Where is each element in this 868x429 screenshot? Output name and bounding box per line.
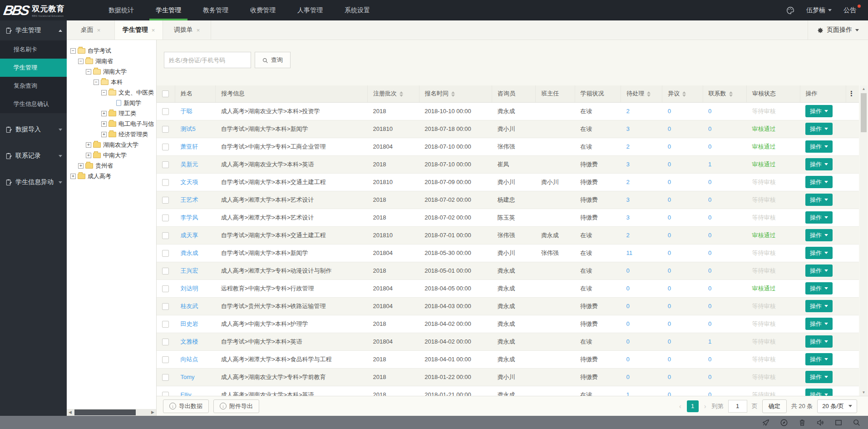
pending-count-cell-link[interactable]: 3 — [626, 161, 629, 168]
collapse-icon[interactable]: − — [78, 59, 84, 64]
sort-icon[interactable] — [729, 91, 733, 97]
row-action-button[interactable]: 操作 — [805, 140, 833, 153]
contact-count-cell-link[interactable]: 0 — [708, 285, 711, 292]
row-action-button[interactable]: 操作 — [805, 318, 833, 330]
current-page-button[interactable]: 1 — [687, 400, 699, 412]
student-name-link[interactable]: 文天项 — [181, 179, 198, 185]
tab-3[interactable]: 调拨单× — [163, 20, 211, 40]
contact-count-cell-link[interactable]: 1 — [708, 338, 711, 345]
table-vertical-scrollbar[interactable]: ▲ ▼ — [860, 85, 868, 396]
dispute-count-cell-link[interactable]: 0 — [668, 143, 671, 150]
row-action-button[interactable]: 操作 — [805, 247, 833, 259]
sidebar-section-4[interactable]: 学生信息异动 — [0, 172, 67, 192]
close-tab-icon[interactable]: × — [197, 27, 200, 34]
tree-node[interactable]: +中南大学 — [69, 150, 154, 160]
student-name-link[interactable]: Elliy — [181, 391, 192, 396]
dispute-count-cell-link[interactable]: 0 — [668, 161, 671, 168]
tree-node[interactable]: −湖南大学 — [69, 66, 154, 77]
export-attachment-button[interactable]: ↓ 附件导出 — [213, 399, 259, 413]
student-name-link[interactable]: 文雅楼 — [181, 338, 198, 345]
student-name-link[interactable]: 王兴宏 — [181, 267, 198, 274]
tree-node[interactable]: −自学考试 — [69, 45, 154, 56]
nav-item-6[interactable]: 系统设置 — [334, 0, 381, 20]
row-checkbox[interactable] — [162, 144, 169, 150]
contact-count-cell-link[interactable]: 0 — [708, 356, 711, 363]
page-actions-button[interactable]: 页面操作 — [808, 20, 868, 40]
student-name-link[interactable]: 桂友武 — [181, 303, 198, 309]
column-settings-icon[interactable]: ⋮ — [848, 90, 855, 97]
pending-count-cell-link[interactable]: 0 — [626, 267, 629, 274]
dispute-count-cell-link[interactable]: 0 — [668, 214, 671, 221]
contact-count-cell-link[interactable]: 0 — [708, 391, 711, 396]
nav-item-2[interactable]: 学生管理 — [145, 0, 192, 20]
student-name-link[interactable]: 于聪 — [181, 108, 192, 115]
student-name-link[interactable]: 吴新元 — [181, 161, 198, 168]
select-all-checkbox[interactable] — [162, 90, 169, 97]
student-name-link[interactable]: 龚永成 — [181, 249, 198, 256]
dispute-count-cell-link[interactable]: 0 — [668, 249, 671, 256]
row-checkbox[interactable] — [162, 214, 169, 221]
row-action-button[interactable]: 操作 — [805, 123, 833, 135]
scroll-right-icon[interactable]: ▶ — [149, 409, 156, 416]
row-checkbox[interactable] — [162, 285, 169, 292]
prev-page-icon[interactable]: ‹ — [678, 402, 682, 410]
trash-icon[interactable] — [798, 419, 806, 427]
row-action-button[interactable]: 操作 — [805, 335, 833, 348]
sidebar-item-1-2[interactable]: 学生管理 — [0, 59, 67, 77]
sidebar-section-1[interactable]: 学生管理 — [0, 20, 67, 40]
contact-count-cell-link[interactable]: 0 — [708, 179, 711, 185]
announcements-link[interactable]: 公告 — [843, 6, 860, 15]
scroll-left-icon[interactable]: ◀ — [67, 409, 74, 416]
collapse-icon[interactable]: − — [101, 90, 107, 95]
page-size-select[interactable]: 20 条/页 — [817, 399, 857, 413]
scroll-down-icon[interactable]: ▼ — [860, 389, 868, 396]
row-action-button[interactable]: 操作 — [805, 158, 833, 170]
row-checkbox[interactable] — [162, 356, 169, 363]
nav-item-5[interactable]: 人事管理 — [286, 0, 334, 20]
row-action-button[interactable]: 操作 — [805, 371, 833, 383]
row-checkbox[interactable] — [162, 392, 169, 396]
row-checkbox[interactable] — [162, 108, 169, 115]
expand-icon[interactable]: + — [70, 174, 76, 179]
row-checkbox[interactable] — [162, 268, 169, 274]
row-action-button[interactable]: 操作 — [805, 282, 833, 294]
pending-count-cell-link[interactable]: 11 — [626, 249, 632, 256]
row-action-button[interactable]: 操作 — [805, 353, 833, 365]
row-checkbox[interactable] — [162, 303, 169, 310]
theme-palette-icon[interactable] — [786, 6, 794, 15]
contact-count-cell-link[interactable]: 0 — [708, 143, 711, 150]
contact-count-cell-link[interactable]: 0 — [708, 374, 711, 380]
close-tab-icon[interactable]: × — [152, 27, 155, 34]
expand-icon[interactable]: + — [78, 163, 84, 169]
dispute-count-cell-link[interactable]: 0 — [668, 391, 671, 396]
pending-count-cell-link[interactable]: 2 — [626, 108, 629, 115]
tree-node[interactable]: +电工电子与信 — [69, 119, 154, 129]
row-checkbox[interactable] — [162, 126, 169, 133]
search-button[interactable]: 查询 — [255, 52, 291, 68]
student-name-link[interactable]: 王艺术 — [181, 196, 198, 203]
pending-count-cell-link[interactable]: 0 — [626, 303, 629, 309]
expand-icon[interactable]: + — [101, 121, 107, 127]
tab-2[interactable]: 学生管理× — [115, 20, 163, 40]
dispute-count-cell-link[interactable]: 0 — [668, 338, 671, 345]
student-name-link[interactable]: 田史岩 — [181, 320, 198, 327]
row-checkbox[interactable] — [162, 374, 169, 381]
row-action-button[interactable]: 操作 — [805, 229, 833, 241]
row-action-button[interactable]: 操作 — [805, 389, 833, 396]
sort-icon[interactable] — [451, 91, 455, 97]
rocket-icon[interactable] — [762, 419, 770, 427]
dispute-count-cell-link[interactable]: 0 — [668, 196, 671, 203]
dispute-count-cell-link[interactable]: 0 — [668, 374, 671, 380]
tree-node[interactable]: 新闻学 — [69, 98, 154, 108]
contact-count-cell-link[interactable]: 0 — [708, 125, 711, 132]
export-data-button[interactable]: ↓ 导出数据 — [163, 399, 209, 413]
student-name-link[interactable]: 测试5 — [181, 125, 196, 132]
compass-icon[interactable] — [780, 419, 788, 427]
student-name-link[interactable]: 萧亚轩 — [181, 143, 198, 150]
pending-count-cell-link[interactable]: 2 — [626, 179, 629, 185]
sidebar-item-1-1[interactable]: 报名刷卡 — [0, 40, 67, 59]
pending-count-cell-link[interactable]: 3 — [626, 196, 629, 203]
contact-count-cell-link[interactable]: 0 — [708, 232, 711, 239]
pending-count-cell-link[interactable]: 0 — [626, 374, 629, 380]
row-action-button[interactable]: 操作 — [805, 105, 833, 117]
